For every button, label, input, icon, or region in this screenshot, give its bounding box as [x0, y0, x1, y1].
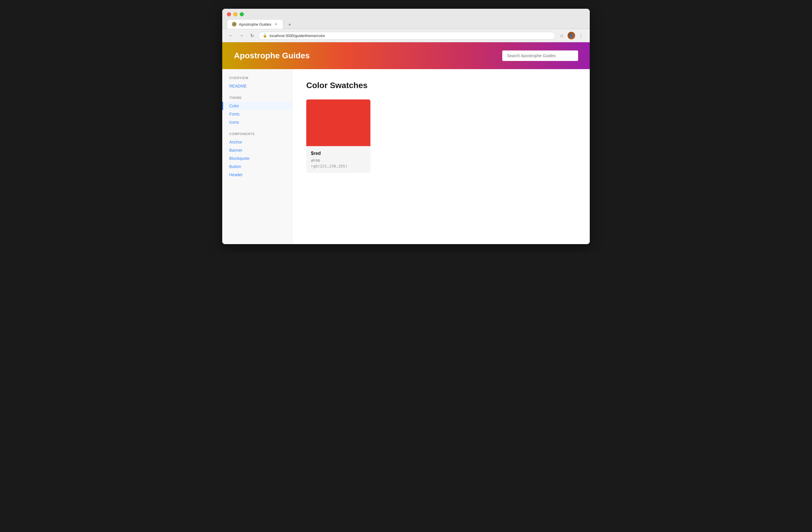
sidebar-item-readme[interactable]: README — [222, 82, 292, 90]
sidebar-section-theme: THEME Color Fonts Icons — [222, 96, 292, 126]
tab-title: Apostrophe Guides — [239, 22, 271, 27]
sidebar-section-label-overview: OVERVIEW — [222, 76, 292, 80]
svg-point-0 — [232, 23, 236, 26]
site-header: Apostrophe Guides — [222, 42, 590, 69]
swatch-hex: #F00 — [311, 158, 366, 163]
reload-button[interactable]: ↻ — [248, 31, 256, 40]
swatch-rgb: rgb(221,238,255) — [311, 164, 366, 168]
user-avatar[interactable]: 👤 — [568, 32, 575, 39]
content-layout: OVERVIEW README THEME Color Fonts Icons … — [222, 69, 590, 244]
sidebar-item-blockquote[interactable]: Blockquote — [222, 154, 292, 162]
sidebar-item-fonts[interactable]: Fonts — [222, 110, 292, 118]
tab-close-button[interactable]: ✕ — [274, 22, 278, 27]
tab-bar: Apostrophe Guides ✕ + — [227, 19, 585, 29]
sidebar-section-overview: OVERVIEW README — [222, 76, 292, 90]
sidebar-section-components: COMPONENTS Anchor Banner Blockquote Butt… — [222, 132, 292, 179]
traffic-lights — [227, 12, 585, 16]
swatch-info: $red #F00 rgb(221,238,255) — [306, 146, 371, 173]
swatch-card: $red #F00 rgb(221,238,255) — [306, 99, 371, 173]
star-icon[interactable]: ☆ — [558, 31, 566, 40]
sidebar-section-label-components: COMPONENTS — [222, 132, 292, 135]
page-title: Color Swatches — [306, 81, 576, 90]
minimize-button[interactable] — [233, 12, 237, 16]
new-tab-button[interactable]: + — [286, 21, 294, 29]
tab-favicon-icon — [232, 22, 236, 27]
maximize-button[interactable] — [240, 12, 244, 16]
swatch-color-preview — [306, 99, 371, 146]
sidebar-item-color[interactable]: Color — [222, 102, 292, 110]
back-button[interactable]: ← — [227, 31, 235, 40]
close-button[interactable] — [227, 12, 231, 16]
browser-titlebar: Apostrophe Guides ✕ + — [222, 9, 590, 29]
sidebar-section-label-theme: THEME — [222, 96, 292, 99]
search-input[interactable] — [502, 51, 578, 61]
more-menu-icon[interactable]: ⋮ — [577, 31, 585, 40]
page-content: Apostrophe Guides OVERVIEW README THEME … — [222, 42, 590, 244]
sidebar-item-anchor[interactable]: Anchor — [222, 138, 292, 146]
swatch-grid: $red #F00 rgb(221,238,255) — [306, 99, 576, 173]
lock-icon: 🔒 — [263, 33, 267, 38]
sidebar-item-banner[interactable]: Banner — [222, 146, 292, 154]
sidebar-item-button[interactable]: Button — [222, 162, 292, 171]
forward-button[interactable]: → — [237, 31, 246, 40]
swatch-name: $red — [311, 151, 366, 156]
main-content: Color Swatches $red #F00 rgb(221,238,255… — [292, 69, 590, 244]
sidebar-item-header[interactable]: Header — [222, 171, 292, 179]
url-text: localhost:3000/guide/theme/color — [270, 33, 325, 38]
sidebar-item-icons[interactable]: Icons — [222, 118, 292, 126]
toolbar-actions: ☆ 👤 ⋮ — [558, 31, 585, 40]
browser-tab[interactable]: Apostrophe Guides ✕ — [227, 19, 283, 29]
address-bar[interactable]: 🔒 localhost:3000/guide/theme/color — [258, 32, 555, 40]
browser-window: Apostrophe Guides ✕ + ← → ↻ 🔒 localhost:… — [222, 9, 590, 244]
sidebar: OVERVIEW README THEME Color Fonts Icons … — [222, 69, 292, 244]
site-title: Apostrophe Guides — [234, 51, 310, 60]
browser-toolbar: ← → ↻ 🔒 localhost:3000/guide/theme/color… — [222, 29, 590, 42]
